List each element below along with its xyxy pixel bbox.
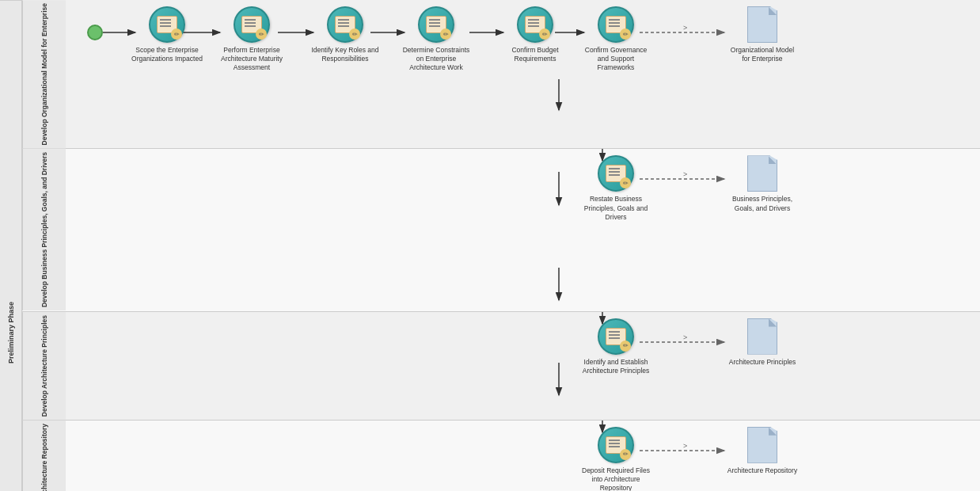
task-circle-4: ✏ [418, 6, 454, 43]
task-label-7: Restate Business Principles, Goals and D… [580, 195, 651, 221]
doc-shape-1 [747, 6, 777, 43]
task-budget[interactable]: ✏ Confirm Budget Requirements [503, 6, 567, 63]
doc-business-principles: Business Principles, Goals, and Drivers [731, 155, 794, 212]
doc-org-model: Organizational Model for Enterprise [731, 6, 794, 63]
pencil-badge-1: ✏ [171, 29, 182, 40]
pencil-badge-3: ✏ [349, 29, 360, 40]
lane-content-arch-repo: > ✏ Deposit Required Files into Architec… [66, 421, 980, 491]
arrows-lane4: > [66, 421, 980, 491]
swim-lane-arch-principles: Develop Architecture Principles > ✏ Iden… [22, 312, 980, 421]
doc-shape-2 [747, 155, 777, 192]
lane-label-arch-principles: Develop Architecture Principles [22, 312, 66, 420]
doc-arch-repo: Architecture Repository [731, 427, 794, 475]
task-restate-principles[interactable]: ✏ Restate Business Principles, Goals and… [584, 155, 648, 221]
swim-lane-business: Develop Business Principles, Goals, and … [22, 149, 980, 311]
task-label-5: Confirm Budget Requirements [499, 46, 571, 63]
pencil-badge-8: ✏ [620, 341, 631, 352]
task-label-4: Determine Constraints on Enterprise Arch… [401, 46, 472, 72]
doc-label-1: Organizational Model for Enterprise [727, 46, 798, 63]
task-deposit-files[interactable]: ✏ Deposit Required Files into Architectu… [584, 427, 648, 491]
swim-lane-arch-repo: Develop Architecture Repository > ✏ Depo… [22, 421, 980, 491]
main-content: Develop Organizational Model for Enterpr… [22, 0, 980, 491]
phase-column: Preliminary Phase [0, 0, 22, 491]
lane-content-org: > ✏ Scope the Enterprise Organizations I… [66, 0, 980, 148]
diagram-container: Preliminary Phase Develop Organizational… [0, 0, 980, 491]
task-label-1: Scope the Enterprise Organizations Impac… [131, 46, 203, 63]
lane-label-arch-repo: Develop Architecture Repository [22, 421, 66, 491]
task-circle-8: ✏ [598, 318, 634, 355]
doc-corner-1 [769, 7, 777, 15]
doc-shape-4 [747, 427, 777, 463]
task-label-8: Identify and Establish Architecture Prin… [580, 358, 651, 375]
task-circle-6: ✏ [598, 6, 634, 43]
pencil-badge-2: ✏ [256, 29, 267, 40]
task-circle-2: ✏ [234, 6, 270, 43]
task-scope-enterprise[interactable]: ✏ Scope the Enterprise Organizations Imp… [135, 6, 199, 63]
task-key-roles[interactable]: ✏ Identify Key Roles and Responsibilitie… [313, 6, 377, 63]
pencil-badge-7: ✏ [620, 177, 631, 188]
doc-label-4: Architecture Repository [727, 466, 798, 475]
lane-label-org: Develop Organizational Model for Enterpr… [22, 0, 66, 148]
pencil-badge-5: ✏ [539, 29, 550, 40]
task-circle-3: ✏ [327, 6, 363, 43]
doc-shape-3 [747, 318, 777, 355]
arrow-gt-4: > [683, 442, 687, 450]
task-maturity-assessment[interactable]: ✏ Perform Enterprise Architecture Maturi… [220, 6, 283, 72]
doc-label-3: Architecture Principles [727, 358, 798, 367]
task-label-2: Perform Enterprise Architecture Maturity… [216, 46, 287, 72]
task-governance[interactable]: ✏ Confirm Governance and Support Framewo… [584, 6, 648, 72]
task-label-3: Identify Key Roles and Responsibilities [310, 46, 381, 63]
swim-lane-org-model: Develop Organizational Model for Enterpr… [22, 0, 980, 149]
arrow-gt-1: > [683, 24, 687, 32]
arrow-gt-2: > [683, 170, 687, 178]
phase-label: Preliminary Phase [0, 0, 21, 491]
pencil-badge-4: ✏ [440, 29, 451, 40]
task-circle-5: ✏ [517, 6, 553, 43]
doc-arch-principles: Architecture Principles [731, 318, 794, 367]
doc-label-2: Business Principles, Goals, and Drivers [727, 195, 798, 212]
start-node [87, 25, 103, 40]
task-circle-7: ✏ [598, 155, 634, 192]
task-circle-9: ✏ [598, 427, 634, 463]
lane-content-business: > ✏ Restate Business Principles, Goals a… [66, 149, 980, 310]
lane-label-business: Develop Business Principles, Goals, and … [22, 149, 66, 310]
task-label-6: Confirm Governance and Support Framework… [580, 46, 651, 72]
doc-corner-4 [769, 428, 777, 436]
arrows-lane3: > [66, 312, 980, 420]
arrow-gt-3: > [683, 333, 687, 341]
doc-corner-3 [769, 319, 777, 327]
task-arch-principles[interactable]: ✏ Identify and Establish Architecture Pr… [584, 318, 648, 375]
lane-content-arch-principles: > ✏ Identify and Establish Architecture … [66, 312, 980, 420]
doc-corner-2 [769, 156, 777, 164]
task-constraints[interactable]: ✏ Determine Constraints on Enterprise Ar… [405, 6, 468, 72]
arrows-lane2: > [66, 149, 980, 310]
pencil-badge-6: ✏ [620, 29, 631, 40]
task-circle-1: ✏ [149, 6, 185, 43]
task-label-9: Deposit Required Files into Architecture… [580, 466, 651, 491]
pencil-badge-9: ✏ [620, 449, 631, 460]
